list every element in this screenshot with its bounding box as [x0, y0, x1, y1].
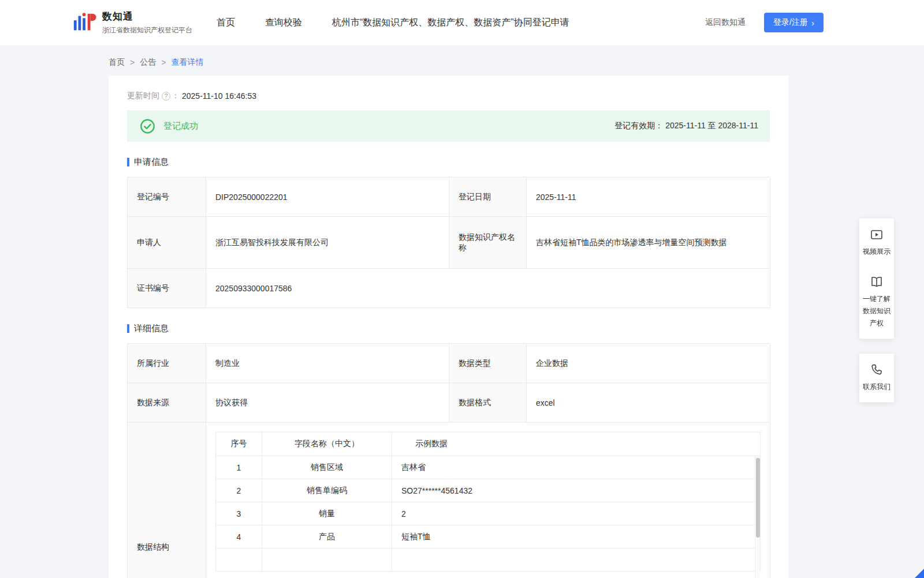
update-time-row: 更新时间 ? ： 2025-11-10 16:46:53: [127, 91, 770, 101]
update-time-colon: ：: [172, 91, 180, 101]
cell-sample-data: [392, 549, 761, 572]
table-row: 证书编号 20250933000017586: [128, 269, 770, 308]
data-format-value: excel: [527, 383, 770, 423]
scrollbar-thumb[interactable]: [756, 458, 760, 538]
table-row: 登记编号 DIP2025000022201 登记日期 2025-11-11: [128, 177, 770, 217]
cert-no-label: 证书编号: [128, 269, 206, 308]
table-row: 2 销售单编码 SO27******4561432: [216, 479, 761, 502]
float-card-contact: 联系我们: [859, 354, 894, 402]
table-row: 所属行业 制造业 数据类型 企业数据: [128, 344, 770, 383]
logo[interactable]: 数知通 浙江省数据知识产权登记平台: [72, 10, 192, 35]
dip-guide-label: 一键了解数据知识产权: [860, 293, 893, 329]
video-show-item[interactable]: 视频展示: [860, 228, 893, 258]
video-show-label: 视频展示: [863, 246, 891, 258]
table-row: 数据来源 协议获得 数据格式 excel: [128, 383, 770, 423]
data-type-label: 数据类型: [449, 344, 527, 383]
login-register-button[interactable]: 登录/注册 ›: [764, 13, 824, 32]
data-type-value: 企业数据: [527, 344, 770, 383]
contact-us-item[interactable]: 联系我们: [860, 363, 893, 393]
data-source-value: 协议获得: [206, 383, 449, 423]
col-header-sample-data: 示例数据: [392, 432, 761, 456]
logo-title: 数知通: [102, 10, 192, 23]
cell-field-name: 销售区域: [262, 456, 392, 479]
cell-sample-data: 2: [392, 502, 761, 525]
breadcrumb-notice[interactable]: 公告: [140, 57, 156, 68]
detail-card: 更新时间 ? ： 2025-11-10 16:46:53 登记成功 登记有效期：…: [109, 76, 788, 578]
cell-field-name: [262, 549, 392, 572]
breadcrumb: 首页 > 公告 > 查看详情: [0, 45, 924, 76]
update-time-value: 2025-11-10 16:46:53: [182, 91, 256, 101]
cell-sample-data: 吉林省: [392, 456, 761, 479]
reg-no-value: DIP2025000022201: [206, 177, 449, 217]
industry-label: 所属行业: [128, 344, 206, 383]
help-question-icon[interactable]: ?: [162, 92, 170, 101]
data-structure-cell: 序号 字段名称（中文） 示例数据 1 销售区域 吉林省 2 销售单编码: [206, 423, 770, 578]
col-header-index: 序号: [216, 432, 262, 456]
cell-field-name: 销售单编码: [262, 479, 392, 502]
data-source-label: 数据来源: [128, 383, 206, 423]
dip-name-label: 数据知识产权名称: [449, 217, 527, 269]
nav-item-home[interactable]: 首页: [217, 17, 235, 29]
float-card-top: 视频展示 一键了解数据知识产权: [859, 218, 894, 339]
table-row: 数据结构 序号 字段名称（中文） 示例数据 1 销售区域 吉林省: [128, 423, 770, 578]
dip-guide-item[interactable]: 一键了解数据知识产权: [860, 275, 893, 329]
cell-sample-data: 短袖T恤: [392, 525, 761, 549]
success-check-icon: [140, 118, 155, 134]
industry-value: 制造业: [206, 344, 449, 383]
validity-period: 登记有效期： 2025-11-11 至 2028-11-11: [614, 121, 758, 131]
dip-name-value: 吉林省短袖T恤品类的市场渗透率与增量空间预测数据: [527, 217, 770, 269]
nav-item-hangzhou-register[interactable]: 杭州市“数据知识产权、数据产权、数据资产”协同登记申请: [332, 17, 569, 29]
back-to-shuzhitong-link[interactable]: 返回数知通: [705, 17, 746, 28]
applicant-label: 申请人: [128, 217, 206, 269]
cell-index: 2: [216, 479, 262, 502]
structure-table-scroll-area: 序号 字段名称（中文） 示例数据 1 销售区域 吉林省 2 销售单编码: [215, 432, 761, 578]
reg-date-label: 登记日期: [449, 177, 527, 217]
cell-index: [216, 549, 262, 572]
cert-no-value: 20250933000017586: [206, 269, 770, 308]
vertical-scrollbar[interactable]: [755, 456, 760, 578]
data-structure-table: 序号 字段名称（中文） 示例数据 1 销售区域 吉林省 2 销售单编码: [215, 432, 761, 572]
section-title-detail-info: 详细信息: [127, 323, 770, 334]
breadcrumb-separator: >: [130, 58, 135, 67]
apply-info-table: 登记编号 DIP2025000022201 登记日期 2025-11-11 申请…: [127, 177, 770, 308]
video-icon: [870, 228, 884, 242]
chevron-right-icon: ›: [811, 18, 814, 27]
reg-no-label: 登记编号: [128, 177, 206, 217]
cell-field-name: 销量: [262, 502, 392, 525]
table-row: 申请人 浙江互易智投科技发展有限公司 数据知识产权名称 吉林省短袖T恤品类的市场…: [128, 217, 770, 269]
contact-us-label: 联系我们: [863, 381, 891, 393]
col-header-field-name: 字段名称（中文）: [262, 432, 392, 456]
section-title-apply-info: 申请信息: [127, 157, 770, 168]
table-row: 1 销售区域 吉林省: [216, 456, 761, 479]
cell-field-name: 产品: [262, 525, 392, 549]
table-header-row: 序号 字段名称（中文） 示例数据: [216, 432, 761, 456]
section-title-text: 详细信息: [134, 323, 169, 334]
nav-item-query-verify[interactable]: 查询校验: [265, 17, 302, 29]
data-structure-label: 数据结构: [128, 423, 206, 578]
logo-text: 数知通 浙江省数据知识产权登记平台: [102, 10, 192, 35]
table-row: 4 产品 短袖T恤: [216, 525, 761, 549]
section-title-text: 申请信息: [134, 157, 169, 168]
detail-info-table: 所属行业 制造业 数据类型 企业数据 数据来源 协议获得 数据格式 excel …: [127, 343, 770, 578]
logo-subtitle: 浙江省数据知识产权登记平台: [102, 25, 192, 35]
update-time-label: 更新时间: [127, 91, 159, 101]
cell-sample-data: SO27******4561432: [392, 479, 761, 502]
applicant-value: 浙江互易智投科技发展有限公司: [206, 217, 449, 269]
corner-back-to-top-triangle[interactable]: [915, 569, 924, 578]
status-left: 登记成功: [140, 118, 198, 134]
floating-side-panel: 视频展示 一键了解数据知识产权 联系我们: [859, 218, 894, 402]
top-navigation-bar: 数知通 浙江省数据知识产权登记平台 首页 查询校验 杭州市“数据知识产权、数据产…: [0, 0, 924, 45]
cell-index: 1: [216, 456, 262, 479]
section-bar-icon: [127, 324, 129, 333]
phone-icon: [870, 363, 884, 377]
validity-label: 登记有效期：: [614, 121, 663, 130]
main-nav: 首页 查询校验 杭州市“数据知识产权、数据产权、数据资产”协同登记申请: [217, 17, 569, 29]
cell-index: 3: [216, 502, 262, 525]
reg-date-value: 2025-11-11: [527, 177, 770, 217]
table-row: [216, 549, 761, 572]
table-row: 3 销量 2: [216, 502, 761, 525]
breadcrumb-home[interactable]: 首页: [109, 57, 125, 68]
login-register-label: 登录/注册: [773, 17, 808, 28]
validity-value: 2025-11-11 至 2028-11-11: [665, 121, 758, 130]
registration-status-banner: 登记成功 登记有效期： 2025-11-11 至 2028-11-11: [127, 110, 770, 142]
